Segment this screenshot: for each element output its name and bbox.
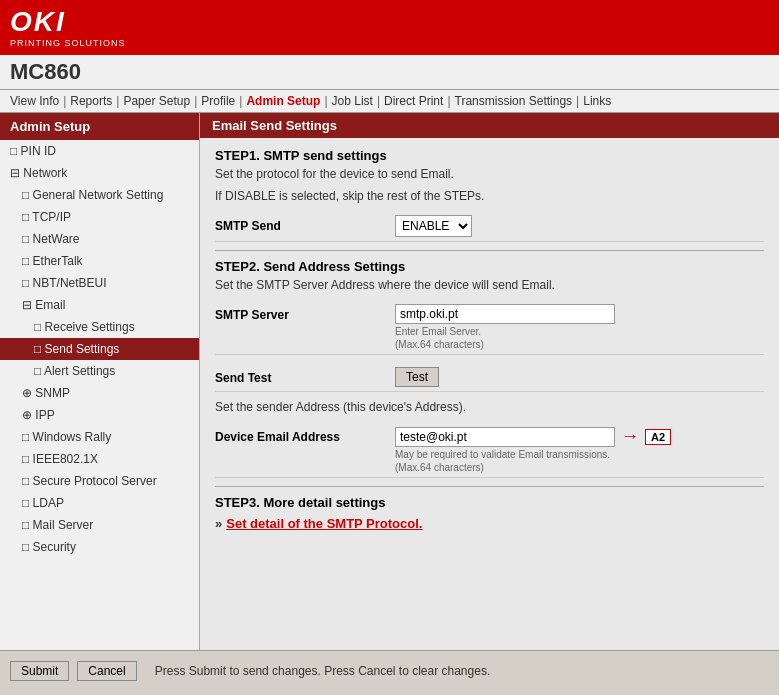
nav-item-profile[interactable]: Profile (201, 94, 235, 108)
submit-button[interactable]: Submit (10, 661, 69, 681)
header: OKI PRINTING SOLUTIONS (0, 0, 779, 55)
nav-item-admin-setup[interactable]: Admin Setup (246, 94, 320, 108)
device-email-input[interactable] (395, 427, 615, 447)
step2-title: STEP2. Send Address Settings (215, 259, 764, 274)
sidebar-item[interactable]: □ Receive Settings (0, 316, 199, 338)
send-test-desc: Set the sender Address (this device's Ad… (215, 400, 764, 414)
sidebar-item[interactable]: ⊕ SNMP (0, 382, 199, 404)
nav-separator: | (324, 94, 327, 108)
main-layout: Admin Setup □ PIN ID⊟ Network□ General N… (0, 113, 779, 650)
nav-item-job-list[interactable]: Job List (332, 94, 373, 108)
smtp-server-hint2: (Max.64 characters) (395, 339, 764, 350)
sidebar-item[interactable]: □ Windows Rally (0, 426, 199, 448)
oki-logo: OKI PRINTING SOLUTIONS (10, 8, 126, 48)
smtp-send-select[interactable]: ENABLEDISABLE (395, 215, 472, 237)
nav-item-direct-print[interactable]: Direct Print (384, 94, 443, 108)
device-email-hint2: (Max.64 characters) (395, 462, 764, 473)
nav-item-view-info[interactable]: View Info (10, 94, 59, 108)
nav-separator: | (194, 94, 197, 108)
smtp-server-input[interactable] (395, 304, 615, 324)
sidebar-item[interactable]: □ NetWare (0, 228, 199, 250)
sidebar-item[interactable]: ⊕ IPP (0, 404, 199, 426)
sidebar-header: Admin Setup (0, 113, 199, 140)
device-email-hint1: May be required to validate Email transm… (395, 449, 764, 460)
sidebar-item[interactable]: □ TCP/IP (0, 206, 199, 228)
smtp-server-row: SMTP Server Enter Email Server. (Max.64 … (215, 300, 764, 355)
step3-link[interactable]: Set detail of the SMTP Protocol. (226, 516, 422, 531)
nav-bar: View Info|Reports|Paper Setup|Profile|Ad… (0, 90, 779, 113)
smtp-send-row: SMTP Send ENABLEDISABLE (215, 211, 764, 242)
a2-badge: A2 (645, 429, 671, 445)
device-email-label: Device Email Address (215, 426, 395, 444)
nav-separator: | (576, 94, 579, 108)
send-test-control: Test (395, 367, 764, 387)
model-title: MC860 (10, 59, 81, 85)
cancel-button[interactable]: Cancel (77, 661, 136, 681)
smtp-server-hint1: Enter Email Server. (395, 326, 764, 337)
step3-title: STEP3. More detail settings (215, 495, 764, 510)
sidebar-item[interactable]: □ Alert Settings (0, 360, 199, 382)
oki-logo-subtitle: PRINTING SOLUTIONS (10, 38, 126, 48)
send-test-button[interactable]: Test (395, 367, 439, 387)
nav-item-reports[interactable]: Reports (70, 94, 112, 108)
sidebar: Admin Setup □ PIN ID⊟ Network□ General N… (0, 113, 200, 650)
smtp-send-label: SMTP Send (215, 215, 395, 233)
smtp-server-label: SMTP Server (215, 304, 395, 322)
a2-arrow-icon: → (621, 426, 639, 447)
step1-desc2: If DISABLE is selected, skip the rest of… (215, 189, 764, 203)
step2-desc: Set the SMTP Server Address where the de… (215, 278, 764, 292)
step3-prefix: » (215, 516, 222, 531)
smtp-send-control: ENABLEDISABLE (395, 215, 764, 237)
smtp-server-control: Enter Email Server. (Max.64 characters) (395, 304, 764, 350)
device-email-control: → A2 May be required to validate Email t… (395, 426, 764, 473)
bottom-bar: Submit Cancel Press Submit to send chang… (0, 650, 779, 690)
sidebar-item[interactable]: □ IEEE802.1X (0, 448, 199, 470)
oki-logo-text: OKI (10, 8, 126, 36)
nav-separator: | (239, 94, 242, 108)
nav-separator: | (447, 94, 450, 108)
nav-separator: | (63, 94, 66, 108)
sidebar-item[interactable]: □ PIN ID (0, 140, 199, 162)
sidebar-item[interactable]: □ Secure Protocol Server (0, 470, 199, 492)
sidebar-item[interactable]: □ General Network Setting (0, 184, 199, 206)
sidebar-item[interactable]: □ NBT/NetBEUI (0, 272, 199, 294)
sidebar-item[interactable]: ⊟ Email (0, 294, 199, 316)
sidebar-item[interactable]: ⊟ Network (0, 162, 199, 184)
send-test-label: Send Test (215, 367, 395, 385)
sidebar-item[interactable]: □ Security (0, 536, 199, 558)
bottom-message: Press Submit to send changes. Press Canc… (155, 664, 491, 678)
divider1 (215, 250, 764, 251)
model-bar: MC860 (0, 55, 779, 90)
step1-title: STEP1. SMTP send settings (215, 148, 764, 163)
send-test-row: Send Test Test (215, 363, 764, 392)
sidebar-item[interactable]: □ Mail Server (0, 514, 199, 536)
nav-separator: | (116, 94, 119, 108)
section-body: STEP1. SMTP send settings Set the protoc… (200, 138, 779, 541)
divider2 (215, 486, 764, 487)
step1-desc1: Set the protocol for the device to send … (215, 167, 764, 181)
sidebar-item[interactable]: □ Send Settings (0, 338, 199, 360)
nav-separator: | (377, 94, 380, 108)
content-area: Email Send Settings STEP1. SMTP send set… (200, 113, 779, 650)
sidebar-item[interactable]: □ LDAP (0, 492, 199, 514)
sidebar-items: □ PIN ID⊟ Network□ General Network Setti… (0, 140, 199, 558)
device-email-row: Device Email Address → A2 May be require… (215, 422, 764, 478)
sidebar-item[interactable]: □ EtherTalk (0, 250, 199, 272)
nav-item-paper-setup[interactable]: Paper Setup (123, 94, 190, 108)
nav-item-links[interactable]: Links (583, 94, 611, 108)
section-header: Email Send Settings (200, 113, 779, 138)
nav-item-transmission-settings[interactable]: Transmission Settings (455, 94, 573, 108)
